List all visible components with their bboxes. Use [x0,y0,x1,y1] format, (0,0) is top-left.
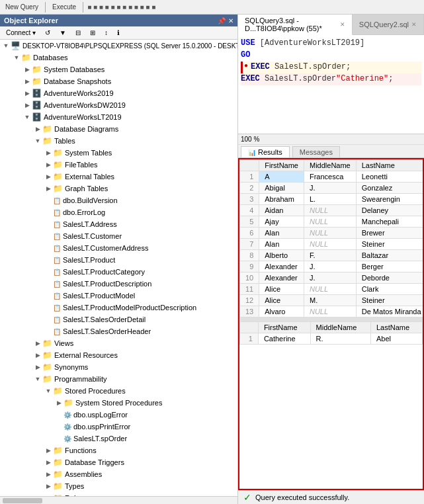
tree-item-address[interactable]: ▶ 📋 SalesLT.Address [0,218,237,230]
tree-item-salesorderheader[interactable]: ▶ 📋 SalesLT.SalesOrderHeader [0,325,237,337]
expander-types[interactable]: ▶ [44,482,53,491]
tree-item-server[interactable]: ▼ 🖥️ DESKTOP-VT8IOB4\PLPSQLEXPRESS (SQL … [0,40,237,52]
table-row[interactable]: 11AliceNULLClark [240,284,425,295]
tree-item-external-resources[interactable]: ▶ 📁 External Resources [0,349,237,361]
expander-programmability[interactable]: ▼ [33,374,42,384]
expander-db-triggers[interactable]: ▶ [44,458,53,467]
tree-item-tables[interactable]: ▼ 📁 Tables [0,135,237,147]
table-row[interactable]: 12AliceM.Steiner [240,295,425,306]
tree-item-usplogError[interactable]: ▶ ⚙️ dbo.uspLogError [0,409,237,421]
tab-query3[interactable]: SQLQuery3.sql - D...T8IOB4\ppkow (55)* ✕ [238,15,353,35]
results-tab-results[interactable]: 📊 Results [241,146,290,157]
tree-item-uspprinterror[interactable]: ▶ ⚙️ dbo.uspPrintError [0,421,237,433]
tree-item-types[interactable]: ▶ 📁 Types [0,480,237,492]
sql-editor[interactable]: USE [AdventureWorksLT2019] GO ● EXEC Sal… [238,35,424,134]
table-row[interactable]: 1CatherineR.Abel [240,333,423,345]
expander-system-db[interactable]: ▶ [22,65,32,74]
oe-expand-button[interactable]: ⊞ [87,28,99,38]
tree-item-productmodelpd[interactable]: ▶ 📋 SalesLT.ProductModelProductDescripti… [0,302,237,314]
oe-horizontal-scrollbar[interactable] [0,496,237,504]
data-cell: Francesca [304,171,356,183]
tree-item-db-snapshots[interactable]: ▶ 📁 Database Snapshots [0,75,237,87]
tree-item-salesorderdetail[interactable]: ▶ 📋 SalesLT.SalesOrderDetail [0,314,237,325]
tables-icon: 📁 [42,136,52,146]
tree-item-awlt2019[interactable]: ▼ 🗄️ AdventureWorksLT2019 [0,111,237,123]
tree-item-sporder[interactable]: ▶ ⚙️ SalesLT.spOrder [0,433,237,444]
expander-server[interactable]: ▼ [1,41,11,50]
tree-item-graph-tables[interactable]: ▶ 📁 Graph Tables [0,183,237,194]
tree-item-db-triggers[interactable]: ▶ 📁 Database Triggers [0,456,237,468]
expander-system-tables[interactable]: ▶ [44,148,53,157]
expander-tables[interactable]: ▼ [33,136,42,146]
table-row[interactable]: 9AlexanderJ.Berger [240,261,425,273]
expander-stored-procedures[interactable]: ▼ [44,386,53,396]
tab-query2[interactable]: SQLQuery2.sql ✕ [353,15,424,34]
tree-item-assemblies[interactable]: ▶ 📁 Assemblies [0,468,237,480]
tree-item-views[interactable]: ▶ 📁 Views [0,337,237,349]
expander-snapshots[interactable]: ▶ [22,77,32,86]
tree-item-aw2019[interactable]: ▶ 🗄️ AdventureWorks2019 [0,87,237,99]
tree-item-productdescription[interactable]: ▶ 📋 SalesLT.ProductDescription [0,278,237,290]
types-label: Types [65,482,84,490]
tree-item-system-tables[interactable]: ▶ 📁 System Tables [0,147,237,159]
tree-item-databases[interactable]: ▼ 📁 Databases [0,52,237,63]
tree-item-customer[interactable]: ▶ 📋 SalesLT.Customer [0,230,237,242]
expander-aw2019[interactable]: ▶ [22,89,32,98]
tree-item-productcategory[interactable]: ▶ 📋 SalesLT.ProductCategory [0,266,237,278]
expander-system-stored-procedures[interactable]: ▶ [54,398,64,407]
execute-button[interactable]: Execute [50,2,79,12]
tree-item-system-stored-procedures[interactable]: ▶ 📁 System Stored Procedures [0,397,237,409]
oe-sync-button[interactable]: ↕ [101,28,111,38]
table-row[interactable]: 10AlexanderJ.Deborde [240,273,425,284]
expander-views[interactable]: ▶ [33,339,42,348]
new-query-button[interactable]: New Query [3,2,41,12]
tree-item-productmodel[interactable]: ▶ 📋 SalesLT.ProductModel [0,290,237,302]
table-row[interactable]: 1AFrancescaLeonetti [240,171,425,183]
tree-item-errorlog[interactable]: ▶ 📋 dbo.ErrorLog [0,206,237,218]
oe-filter-button[interactable]: ▼ [56,28,69,38]
results-tab-messages[interactable]: Messages [292,146,340,157]
tab-query3-close[interactable]: ✕ [340,21,345,28]
panel-close-button[interactable]: ✕ [228,17,233,24]
tree-item-stored-procedures[interactable]: ▼ 📁 Stored Procedures [0,385,237,397]
table-row[interactable]: 7AlanNULLSteiner [240,239,425,250]
oe-collapse-button[interactable]: ⊟ [72,28,84,38]
tree-item-customeraddress[interactable]: ▶ 📋 SalesLT.CustomerAddress [0,242,237,254]
tree-item-buildversion[interactable]: ▶ 📋 dbo.BuildVersion [0,194,237,206]
tree-item-external-tables[interactable]: ▶ 📁 External Tables [0,171,237,183]
expander-awlt2019[interactable]: ▼ [22,112,32,122]
expander-graph-tables[interactable]: ▶ [44,184,53,193]
tree-item-db-diagrams[interactable]: ▶ 📁 Database Diagrams [0,123,237,135]
expander-assemblies[interactable]: ▶ [44,470,53,479]
expander-synonyms[interactable]: ▶ [33,362,42,372]
row-number-cell: 6 [240,228,259,239]
table-row[interactable]: 13AlvaroNULLDe Matos Miranda Filho [240,306,425,317]
table-row[interactable]: 4AidanNULLDelaney [240,205,425,216]
expander-functions[interactable]: ▶ [44,446,53,455]
tab-query2-close[interactable]: ✕ [411,21,417,28]
tree-item-synonyms[interactable]: ▶ 📁 Synonyms [0,361,237,373]
databases-label: Databases [33,54,68,62]
tree-item-programmability[interactable]: ▼ 📁 Programmability [0,373,237,385]
table-row[interactable]: 6AlanNULLBrewer [240,228,425,239]
tree-item-product[interactable]: ▶ 📋 SalesLT.Product [0,254,237,266]
tree-item-system-databases[interactable]: ▶ 📁 System Databases [0,63,237,75]
table-row[interactable]: 8AlbertoF.Baltazar [240,250,425,261]
expander-databases[interactable]: ▼ [12,53,21,62]
scrollbar-thumb[interactable] [3,498,42,503]
oe-properties-button[interactable]: ℹ [114,28,123,38]
connect-button[interactable]: Connect ▾ [3,28,39,38]
expander-external-resources[interactable]: ▶ [33,351,42,360]
tree-item-awdw2019[interactable]: ▶ 🗄️ AdventureWorksDW2019 [0,99,237,111]
tree-item-filetables[interactable]: ▶ 📁 FileTables [0,159,237,171]
table-row[interactable]: 2AbigalJ.Gonzalez [240,183,425,194]
tree-item-functions[interactable]: ▶ 📁 Functions [0,444,237,456]
expander-external-tables[interactable]: ▶ [44,172,53,181]
expander-awdw2019[interactable]: ▶ [22,101,32,110]
panel-pin-button[interactable]: 📌 [218,17,226,24]
table-row[interactable]: 5AjayNULLManchepali [240,216,425,228]
table-row[interactable]: 3AbrahamL.Swearengin [240,194,425,205]
oe-refresh-button[interactable]: ↺ [42,28,54,38]
expander-filetables[interactable]: ▶ [44,160,53,169]
expander-db-diagrams[interactable]: ▶ [33,124,42,134]
